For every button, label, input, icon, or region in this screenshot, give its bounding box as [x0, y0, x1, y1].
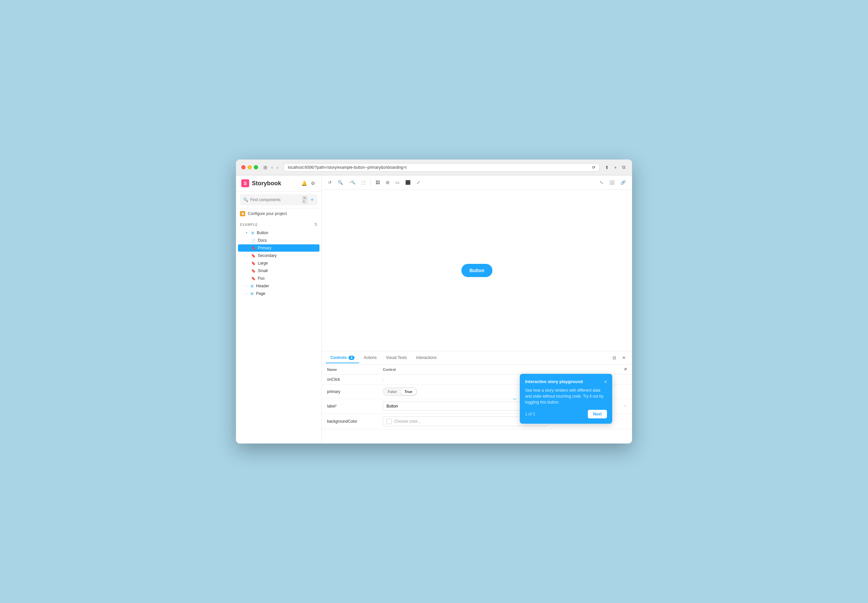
- story-icon: 🔖: [251, 261, 256, 266]
- sidebar-item-header[interactable]: › ⊞ Header: [238, 282, 319, 290]
- tab-interactions[interactable]: Interactions: [412, 353, 441, 363]
- share-button[interactable]: ⬆: [604, 164, 610, 172]
- panel-close-button[interactable]: ✕: [620, 354, 628, 362]
- open-new-tab-button[interactable]: ⬜: [607, 178, 617, 187]
- nav-group-header: EXAMPLE ⇅: [236, 220, 321, 229]
- browser-actions: ⬆ + ⧉: [604, 163, 627, 172]
- tab-controls-label: Controls: [330, 355, 347, 360]
- measure-tool-button[interactable]: ⬛: [403, 178, 413, 187]
- settings-button[interactable]: ⚙: [310, 179, 316, 187]
- primary-toggle[interactable]: False True: [383, 387, 417, 396]
- browser-controls: ⊞ ‹ ›: [262, 164, 279, 172]
- zoom-reset-button[interactable]: ⬚: [359, 178, 368, 187]
- sidebar-item-label: Primary: [258, 246, 271, 250]
- forward-button[interactable]: ›: [276, 164, 280, 172]
- tab-controls[interactable]: Controls 4: [326, 353, 359, 363]
- panel-tabs: Controls 4 Actions Visual Tests Interact…: [322, 351, 632, 365]
- arrow-indicator: ←: [512, 395, 518, 402]
- outline-tool-button[interactable]: ⤢: [414, 178, 422, 187]
- tooltip-header: Interactive story playground ×: [525, 379, 607, 384]
- canvas-area: Button: [322, 190, 632, 351]
- nav-group-label: EXAMPLE: [240, 223, 258, 227]
- viewport-tool-button[interactable]: ▭: [393, 178, 402, 187]
- storybook-logo-text: Storybook: [252, 180, 281, 187]
- toggle-false-option[interactable]: False: [384, 388, 401, 395]
- address-bar[interactable]: localhost:6006/?path=/story/example-butt…: [284, 163, 599, 172]
- sidebar-item-button[interactable]: ▾ ⊞ Button: [238, 229, 319, 237]
- maximize-window-button[interactable]: [254, 165, 258, 169]
- sidebar-item-page[interactable]: › ⊞ Page: [238, 290, 319, 297]
- nav-section: EXAMPLE ⇅ ▾ ⊞ Button 📄 Docs 🔖 Prim: [236, 219, 321, 299]
- preview-button[interactable]: Button: [461, 264, 492, 277]
- back-button[interactable]: ‹: [270, 164, 274, 172]
- tooltip-next-button[interactable]: Next: [588, 410, 607, 418]
- panel: Controls 4 Actions Visual Tests Interact…: [322, 351, 632, 444]
- reset-tool-button[interactable]: ↺: [326, 178, 334, 187]
- sidebar-item-label: Foo: [258, 276, 265, 281]
- zoom-out-button[interactable]: −🔍: [347, 179, 358, 186]
- add-component-button[interactable]: +: [310, 196, 315, 204]
- row-name: onClick: [322, 374, 378, 385]
- sidebar-item-secondary[interactable]: 🔖 Secondary: [238, 252, 319, 259]
- required-indicator: *: [335, 404, 337, 408]
- row-name: label*: [322, 399, 378, 414]
- toolbar: ↺ 🔍 −🔍 ⬚ 🖼 ⊞ ▭ ⬛ ⤢ ⤡ ⬜ 🔗: [322, 175, 632, 190]
- tab-actions[interactable]: Actions: [359, 353, 381, 363]
- tooltip-close-button[interactable]: ×: [604, 379, 607, 384]
- chevron-right-icon: ›: [246, 284, 247, 288]
- controls-badge: 4: [348, 356, 355, 360]
- resize-handle[interactable]: ⤡: [623, 404, 627, 408]
- traffic-lights: [241, 165, 258, 169]
- story-icon: 🔖: [251, 253, 256, 258]
- search-shortcut: ⌘ K: [302, 196, 308, 204]
- tooltip-body: See how a story renders with different d…: [525, 387, 607, 405]
- color-placeholder: Choose color...: [395, 419, 421, 424]
- panel-split-button[interactable]: ⊟: [610, 354, 618, 362]
- sidebar-header: S Storybook 🔔 ⚙: [236, 175, 321, 192]
- sidebar-toggle-button[interactable]: ⊞: [262, 164, 269, 172]
- grid-tool-button[interactable]: ⊞: [384, 178, 392, 187]
- notification-button[interactable]: 🔔: [300, 179, 308, 187]
- tab-visual-tests-label: Visual Tests: [386, 355, 407, 360]
- sidebar-item-large[interactable]: 🔖 Large: [238, 260, 319, 267]
- app-body: S Storybook 🔔 ⚙ 🔍 ⌘ K + 📋 Configure: [236, 175, 632, 444]
- chevron-down-icon: ▾: [246, 231, 248, 235]
- copy-link-button[interactable]: 🔗: [618, 178, 628, 187]
- tooltip-footer: 1 of 3 Next: [525, 410, 607, 418]
- sidebar-item-primary[interactable]: 🔖 Primary: [238, 244, 319, 252]
- minimize-window-button[interactable]: [248, 165, 252, 169]
- new-tab-button[interactable]: +: [613, 164, 618, 172]
- url-text: localhost:6006/?path=/story/example-butt…: [288, 165, 407, 170]
- story-icon: 🔖: [251, 276, 256, 281]
- sidebar-item-foo[interactable]: 🔖 Foo: [238, 275, 319, 282]
- sidebar-item-label: Page: [256, 291, 265, 296]
- toggle-true-option[interactable]: True: [401, 388, 416, 395]
- refresh-icon[interactable]: ⟳: [592, 165, 595, 170]
- col-header-name: Name: [322, 365, 378, 374]
- background-tool-button[interactable]: 🖼: [373, 178, 382, 187]
- sidebar-item-small[interactable]: 🔖 Small: [238, 267, 319, 274]
- zoom-in-button[interactable]: 🔍: [335, 178, 345, 187]
- copy-button[interactable]: ⧉: [621, 163, 627, 172]
- sidebar-item-label: Header: [256, 284, 269, 288]
- row-name: backgroundColor: [322, 414, 378, 429]
- fullscreen-button[interactable]: ⤡: [597, 178, 606, 187]
- storybook-logo-icon: S: [241, 179, 249, 187]
- component-icon: ⊞: [250, 284, 254, 288]
- search-bar: 🔍 ⌘ K +: [236, 192, 321, 209]
- tab-visual-tests[interactable]: Visual Tests: [381, 353, 412, 363]
- col-header-control: Control: [378, 365, 618, 374]
- close-window-button[interactable]: [241, 165, 245, 169]
- sidebar-item-docs[interactable]: 📄 Docs: [238, 237, 319, 244]
- sort-icon[interactable]: ⇅: [314, 222, 318, 227]
- configure-project-item[interactable]: 📋 Configure your project: [236, 209, 321, 219]
- col-header-reset: ↺: [618, 365, 632, 374]
- color-swatch: [387, 419, 392, 424]
- sidebar-item-label: Small: [258, 269, 268, 273]
- toolbar-left: ↺ 🔍 −🔍 ⬚ 🖼 ⊞ ▭ ⬛ ⤢: [326, 178, 422, 187]
- search-input[interactable]: [250, 198, 300, 202]
- toolbar-right: ⤡ ⬜ 🔗: [597, 178, 628, 187]
- docs-icon: 📄: [251, 238, 256, 243]
- sidebar-item-label: Secondary: [258, 253, 277, 258]
- storybook-logo: S Storybook: [241, 179, 281, 187]
